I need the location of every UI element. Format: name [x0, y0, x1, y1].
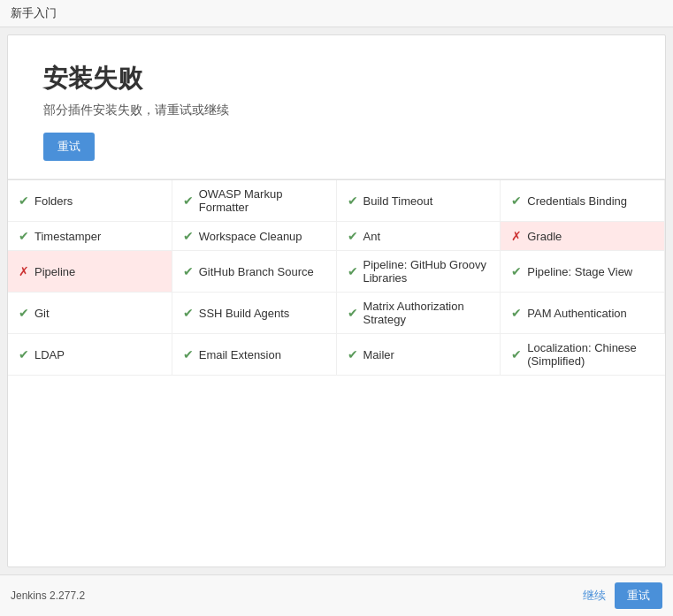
install-section: 安装失败 部分插件安装失败，请重试或继续 重试	[8, 35, 665, 179]
plugin-item: ✔Folders	[8, 180, 172, 222]
plugin-name: SSH Build Agents	[199, 307, 290, 320]
check-icon: ✔	[183, 229, 194, 243]
install-subtitle: 部分插件安装失败，请重试或继续	[43, 103, 630, 118]
plugin-item: ✔Credentials Binding	[501, 180, 665, 222]
install-title: 安装失败	[43, 62, 630, 95]
check-icon: ✔	[348, 347, 358, 361]
plugin-item: ✔Pipeline: Stage View	[501, 251, 665, 293]
check-icon: ✔	[183, 194, 194, 208]
plugin-name: Credentials Binding	[527, 194, 627, 208]
check-icon: ✔	[511, 306, 522, 320]
check-icon: ✔	[511, 194, 522, 208]
check-icon: ✔	[348, 264, 358, 278]
plugin-item: ✔Build Timeout	[337, 180, 501, 222]
top-bar: 新手入门	[0, 0, 673, 27]
plugin-name: Build Timeout	[363, 194, 433, 208]
bottom-right: 继续 重试	[583, 582, 662, 609]
plugin-name: Gradle	[527, 230, 562, 243]
check-icon: ✔	[19, 229, 29, 243]
check-icon: ✔	[19, 194, 29, 208]
plugin-item: ✔Matrix Authorization Strategy	[337, 293, 501, 334]
plugin-name: GitHub Branch Source	[199, 265, 314, 278]
plugin-item: ✔Localization: Chinese (Simplified)	[501, 334, 665, 376]
plugin-name: Folders	[34, 194, 73, 208]
plugin-name: Workspace Cleanup	[199, 230, 302, 243]
plugin-item: ✔Mailer	[337, 334, 501, 376]
plugin-name: Git	[34, 307, 50, 320]
retry-button-footer[interactable]: 重试	[615, 582, 662, 609]
top-bar-title: 新手入门	[11, 6, 57, 19]
plugin-item: ✔PAM Authentication	[501, 293, 665, 334]
plugins-grid: ✔Folders✔OWASP Markup Formatter✔Build Ti…	[8, 179, 665, 376]
plugin-item: ✔Timestamper	[8, 222, 172, 251]
check-icon: ✔	[348, 306, 358, 320]
check-icon: ✔	[19, 347, 29, 361]
plugin-item: ✔LDAP	[8, 334, 172, 376]
continue-link[interactable]: 继续	[583, 588, 606, 604]
check-icon: ✔	[348, 194, 358, 208]
plugin-item: ✔GitHub Branch Source	[172, 251, 337, 293]
plugin-item: ✗Gradle	[501, 222, 665, 251]
retry-button[interactable]: 重试	[43, 133, 95, 161]
plugin-item: ✔OWASP Markup Formatter	[172, 180, 337, 222]
plugin-name: Mailer	[363, 348, 394, 361]
check-icon: ✔	[183, 347, 194, 361]
plugin-name: OWASP Markup Formatter	[199, 187, 325, 214]
plugin-item: ✔Workspace Cleanup	[172, 222, 337, 251]
cross-icon: ✗	[511, 229, 522, 243]
check-icon: ✔	[511, 264, 522, 278]
plugin-name: Pipeline	[34, 265, 75, 278]
check-icon: ✔	[511, 347, 522, 361]
plugin-item: ✔Git	[8, 293, 172, 334]
check-icon: ✔	[348, 229, 358, 243]
check-icon: ✔	[183, 306, 194, 320]
plugin-item: ✗Pipeline	[8, 251, 172, 293]
plugin-item: ✔Ant	[337, 222, 501, 251]
check-icon: ✔	[19, 306, 29, 320]
plugin-name: PAM Authentication	[527, 307, 627, 320]
plugin-name: Ant	[363, 230, 381, 243]
jenkins-version: Jenkins 2.277.2	[11, 589, 85, 602]
plugin-name: Email Extension	[199, 348, 281, 361]
main-content: 安装失败 部分插件安装失败，请重试或继续 重试 ✔Folders✔OWASP M…	[7, 34, 666, 567]
plugin-name: Timestamper	[34, 230, 101, 243]
plugin-item: ✔Email Extension	[172, 334, 337, 376]
check-icon: ✔	[183, 264, 194, 278]
plugin-name: LDAP	[34, 348, 65, 361]
plugin-name: Localization: Chinese (Simplified)	[527, 341, 654, 368]
plugin-item: ✔Pipeline: GitHub Groovy Libraries	[337, 251, 501, 293]
plugin-name: Pipeline: Stage View	[527, 265, 632, 278]
plugin-item: ✔SSH Build Agents	[172, 293, 337, 334]
plugin-name: Pipeline: GitHub Groovy Libraries	[363, 258, 490, 285]
bottom-bar: Jenkins 2.277.2 继续 重试	[0, 574, 673, 616]
cross-icon: ✗	[19, 264, 29, 278]
plugin-name: Matrix Authorization Strategy	[363, 300, 490, 326]
